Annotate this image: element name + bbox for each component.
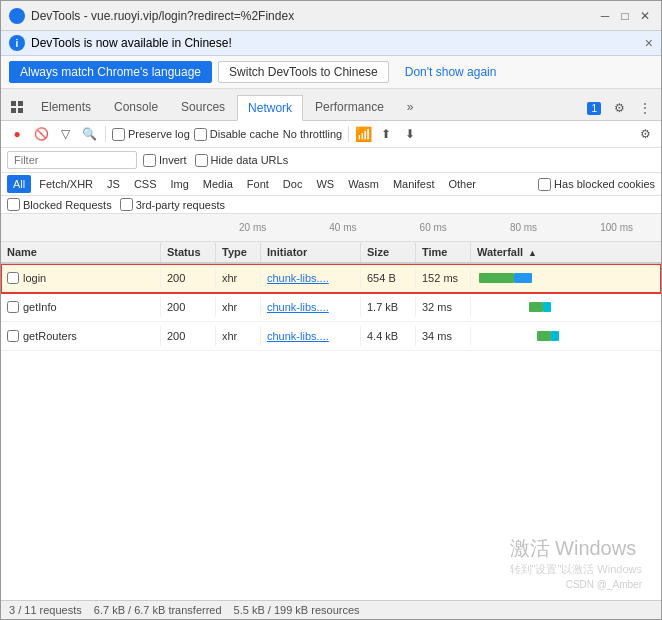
td-name-getrouters: getRouters (1, 326, 161, 346)
toolbar-settings-button[interactable]: ⚙ (635, 124, 655, 144)
th-size[interactable]: Size (361, 242, 416, 262)
record-button[interactable]: ● (7, 124, 27, 144)
devtools-window: DevTools - vue.ruoyi.vip/login?redirect=… (0, 0, 662, 620)
td-time-getrouters: 34 ms (416, 326, 471, 346)
type-btn-doc[interactable]: Doc (277, 175, 309, 193)
toolbar-divider-1 (105, 126, 106, 142)
type-btn-manifest[interactable]: Manifest (387, 175, 441, 193)
maximize-button[interactable]: □ (617, 8, 633, 24)
initiator-link-getinfo[interactable]: chunk-libs.... (267, 301, 329, 313)
preserve-log-checkbox[interactable] (112, 128, 125, 141)
third-party-label[interactable]: 3rd-party requests (120, 198, 225, 211)
clear-button[interactable]: 🚫 (31, 124, 51, 144)
tab-sources[interactable]: Sources (170, 94, 236, 120)
import-button[interactable]: ⬆ (376, 124, 396, 144)
row-checkbox-getrouters[interactable] (7, 330, 19, 342)
third-party-checkbox[interactable] (120, 198, 133, 211)
td-type-getinfo: xhr (216, 297, 261, 317)
wifi-icon: 📶 (355, 126, 372, 142)
type-filter-bar: All Fetch/XHR JS CSS Img Media Font Doc … (1, 173, 661, 196)
close-button[interactable]: ✕ (637, 8, 653, 24)
info-message: DevTools is now available in Chinese! (31, 36, 232, 50)
info-bar: i DevTools is now available in Chinese! … (1, 31, 661, 56)
th-type[interactable]: Type (216, 242, 261, 262)
hide-data-urls-label[interactable]: Hide data URLs (195, 154, 289, 167)
window-controls: ─ □ ✕ (597, 8, 653, 24)
empty-rows (1, 351, 661, 551)
devtools-icon (9, 8, 25, 24)
row-checkbox-getinfo[interactable] (7, 301, 19, 313)
td-time-getinfo: 32 ms (416, 297, 471, 317)
tab-network[interactable]: Network (237, 95, 303, 121)
type-btn-ws[interactable]: WS (310, 175, 340, 193)
network-table[interactable]: Name Status Type Initiator Size Time Wat… (1, 242, 661, 600)
toolbar-divider-2 (348, 126, 349, 142)
th-initiator[interactable]: Initiator (261, 242, 361, 262)
timeline-header: 20 ms 40 ms 60 ms 80 ms 100 ms (1, 214, 661, 242)
match-language-button[interactable]: Always match Chrome's language (9, 61, 212, 83)
td-status-getinfo: 200 (161, 297, 216, 317)
switch-language-button[interactable]: Switch DevTools to Chinese (218, 61, 389, 83)
more-options-button[interactable]: ⋮ (633, 96, 657, 120)
type-btn-wasm[interactable]: Wasm (342, 175, 385, 193)
type-btn-css[interactable]: CSS (128, 175, 163, 193)
disable-cache-label[interactable]: Disable cache (194, 128, 279, 141)
waterfall-bar-green-login (479, 273, 514, 283)
waterfall-bar-green-getrouters (537, 331, 551, 341)
th-status[interactable]: Status (161, 242, 216, 262)
td-size-getinfo: 1.7 kB (361, 297, 416, 317)
has-blocked-cookies: Has blocked cookies (538, 178, 655, 191)
dismiss-button[interactable]: Don't show again (395, 62, 507, 82)
invert-checkbox[interactable] (143, 154, 156, 167)
tick-20ms: 20 ms (239, 222, 266, 233)
hide-data-urls-checkbox[interactable] (195, 154, 208, 167)
type-btn-other[interactable]: Other (442, 175, 482, 193)
table-row[interactable]: login 200 xhr chunk-libs.... 654 B 152 m… (1, 264, 661, 293)
filter-toggle-button[interactable]: ▽ (55, 124, 75, 144)
disable-cache-checkbox[interactable] (194, 128, 207, 141)
waterfall-bar-blue-login (514, 273, 532, 283)
tab-more[interactable]: » (396, 94, 425, 120)
table-row[interactable]: getRouters 200 xhr chunk-libs.... 4.4 kB… (1, 322, 661, 351)
preserve-log-label[interactable]: Preserve log (112, 128, 190, 141)
minimize-button[interactable]: ─ (597, 8, 613, 24)
type-btn-media[interactable]: Media (197, 175, 239, 193)
search-button[interactable]: 🔍 (79, 124, 99, 144)
tab-console[interactable]: Console (103, 94, 169, 120)
tab-performance[interactable]: Performance (304, 94, 395, 120)
td-waterfall-getinfo (471, 293, 661, 321)
type-btn-img[interactable]: Img (165, 175, 195, 193)
type-btn-all[interactable]: All (7, 175, 31, 193)
export-button[interactable]: ⬇ (400, 124, 420, 144)
filter-bar: Invert Hide data URLs (1, 148, 661, 173)
type-btn-js[interactable]: JS (101, 175, 126, 193)
filter-input[interactable] (7, 151, 137, 169)
th-waterfall[interactable]: Waterfall ▲ (471, 242, 661, 262)
waterfall-bar-getinfo (477, 297, 655, 317)
has-blocked-cookies-checkbox[interactable] (538, 178, 551, 191)
th-name[interactable]: Name (1, 242, 161, 262)
row-checkbox-login[interactable] (7, 272, 19, 284)
tab-elements[interactable]: Elements (30, 94, 102, 120)
initiator-link-getrouters[interactable]: chunk-libs.... (267, 330, 329, 342)
settings-button[interactable]: ⚙ (607, 96, 631, 120)
blocked-requests-label[interactable]: Blocked Requests (7, 198, 112, 211)
table-row[interactable]: getInfo 200 xhr chunk-libs.... 1.7 kB 32… (1, 293, 661, 322)
type-btn-font[interactable]: Font (241, 175, 275, 193)
initiator-link-login[interactable]: chunk-libs.... (267, 272, 329, 284)
svg-rect-2 (11, 108, 16, 113)
tab-cursor[interactable] (5, 93, 29, 120)
blocked-requests-checkbox[interactable] (7, 198, 20, 211)
td-initiator-login: chunk-libs.... (261, 268, 361, 288)
invert-label[interactable]: Invert (143, 154, 187, 167)
lang-bar: Always match Chrome's language Switch De… (1, 56, 661, 89)
has-blocked-cookies-label[interactable]: Has blocked cookies (538, 178, 655, 191)
transferred-size: 6.7 kB / 6.7 kB transferred (94, 604, 222, 616)
tab-icons: 1 ⚙ ⋮ (587, 96, 657, 120)
th-time[interactable]: Time (416, 242, 471, 262)
td-waterfall-login (471, 264, 661, 292)
td-size-getrouters: 4.4 kB (361, 326, 416, 346)
td-type-login: xhr (216, 268, 261, 288)
close-info-button[interactable]: × (645, 35, 653, 51)
type-btn-fetch-xhr[interactable]: Fetch/XHR (33, 175, 99, 193)
